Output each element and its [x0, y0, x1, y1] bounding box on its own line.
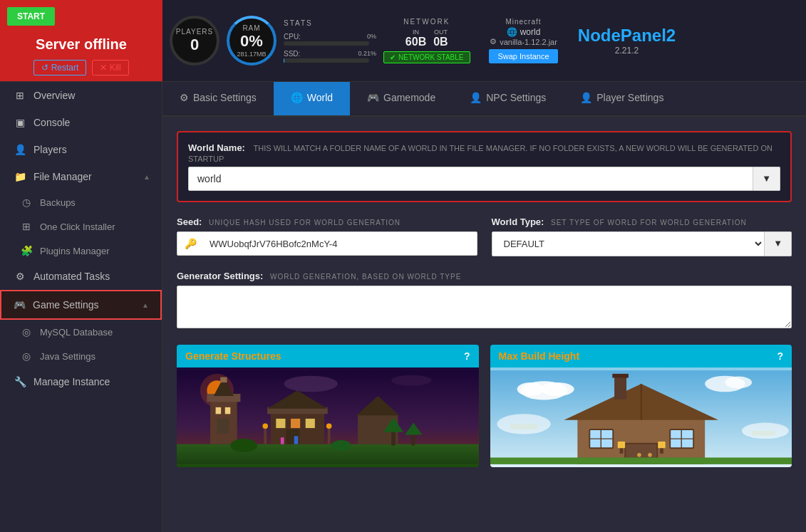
restart-button[interactable]: ↺ Restart	[33, 60, 86, 75]
backups-label: Backups	[40, 197, 76, 208]
svg-point-27	[326, 423, 332, 429]
basic-settings-tab-icon: ⚙	[180, 92, 189, 103]
generator-settings-textarea[interactable]	[177, 286, 792, 328]
checkmark-icon: ✔	[390, 53, 396, 61]
generate-structures-scene	[177, 367, 479, 467]
sidebar-item-game-settings[interactable]: 🎮 Game Settings ▲	[0, 290, 162, 320]
sidebar-item-overview[interactable]: ⊞ Overview	[0, 82, 162, 109]
globe-icon: 🌐	[507, 27, 517, 37]
tab-npc-settings[interactable]: 👤 NPC Settings	[453, 82, 563, 115]
ram-sub: 281.17MB	[237, 51, 266, 58]
svg-rect-63	[510, 424, 537, 429]
max-build-height-header: Max Build Height ?	[490, 345, 792, 367]
players-gauge: PLAYERS 0	[170, 16, 219, 66]
server-status-panel: START Server offline ↺ Restart ✕ Kill	[0, 0, 162, 81]
seed-col: Seed: UNIQUE HASH USED FOR WORLD GENERAT…	[177, 217, 477, 256]
house-svg	[490, 367, 792, 467]
net-out-label: OUT	[434, 28, 448, 36]
svg-point-3	[284, 376, 338, 392]
app-root: START Server offline ↺ Restart ✕ Kill PL…	[0, 0, 806, 532]
worldtype-dropdown-arrow[interactable]: ▼	[765, 231, 792, 256]
mc-title: Minecraft	[505, 18, 541, 26]
world-name-input[interactable]	[188, 167, 753, 191]
tab-world[interactable]: 🌐 World	[274, 82, 350, 115]
max-build-height-help[interactable]: ?	[777, 350, 783, 362]
kill-button[interactable]: ✕ Kill	[92, 60, 128, 75]
ram-label: RAM	[242, 24, 260, 32]
world-tab-icon: 🌐	[291, 92, 303, 103]
sidebar-item-console[interactable]: ▣ Console	[0, 109, 162, 136]
svg-rect-43	[614, 376, 626, 400]
world-name-dropdown-arrow[interactable]: ▼	[753, 167, 780, 191]
start-button[interactable]: START	[7, 7, 55, 26]
world-name-select-row: ▼	[188, 167, 780, 191]
svg-rect-12	[217, 419, 229, 434]
sidebar-sub-java[interactable]: ◎ Java Settings	[0, 344, 162, 368]
max-build-height-scene	[490, 367, 792, 467]
net-out-val: 0B	[433, 36, 448, 48]
file-manager-label: File Manager	[33, 171, 92, 182]
console-icon: ▣	[14, 116, 26, 129]
nodepanel-logo: NodePanel2	[578, 26, 676, 46]
worldtype-select[interactable]: DEFAULT FLAT AMPLIFIED LARGE_BIOMES	[492, 231, 765, 256]
net-in-val: 60B	[405, 36, 426, 48]
generate-structures-help[interactable]: ?	[464, 350, 470, 362]
seed-icon: 🔑	[177, 232, 204, 255]
svg-point-39	[725, 377, 752, 389]
network-in: IN 60B	[405, 28, 426, 48]
svg-rect-28	[391, 431, 396, 446]
players-label: PLAYERS	[176, 28, 213, 36]
overview-label: Overview	[33, 90, 75, 101]
ssd-bar-bg	[284, 58, 369, 63]
svg-rect-5	[177, 444, 479, 464]
svg-rect-10	[216, 407, 222, 414]
worldtype-hint: SET TYPE OF WORLD FOR WORLD GENERATION	[551, 219, 747, 226]
generate-structures-title: Generate Structures	[185, 350, 281, 362]
tab-player-settings[interactable]: 👤 Player Settings	[563, 82, 681, 115]
sidebar-item-automated[interactable]: ⚙ Automated Tasks	[0, 263, 162, 290]
seed-input[interactable]	[204, 233, 477, 255]
tab-gamemode[interactable]: 🎮 Gamemode	[350, 82, 453, 115]
sidebar-item-file-manager[interactable]: 📁 File Manager ▲	[0, 163, 162, 190]
stable-label: NETWORK STABLE	[398, 53, 464, 61]
svg-rect-9	[220, 377, 227, 383]
one-click-icon: ⊞	[20, 220, 33, 233]
cpu-stat-row: CPU: 0%	[284, 33, 376, 46]
gamemode-tab-icon: 🎮	[367, 92, 379, 103]
mysql-label: MySQL Database	[40, 327, 113, 338]
sidebar-item-players[interactable]: 👤 Players	[0, 136, 162, 163]
mc-world-name: world	[520, 27, 541, 37]
mc-jar: ⚙ vanilla-1.12.2.jar	[490, 37, 557, 46]
svg-rect-24	[264, 427, 267, 444]
content-body: World Name: THIS WILL MATCH A FOLDER NAM…	[162, 117, 806, 481]
sidebar-sub-backups[interactable]: ◷ Backups	[0, 190, 162, 214]
sidebar-item-manage[interactable]: 🔧 Manage Instance	[0, 368, 162, 395]
world-name-section: World Name: THIS WILL MATCH A FOLDER NAM…	[177, 131, 792, 202]
sidebar-sub-plugins[interactable]: 🧩 Plugins Manager	[0, 239, 162, 263]
sidebar: ⊞ Overview ▣ Console 👤 Players 📁 File Ma…	[0, 82, 162, 532]
seed-label: Seed: UNIQUE HASH USED FOR WORLD GENERAT…	[177, 217, 477, 227]
swap-instance-button[interactable]: Swap Instance	[489, 49, 557, 63]
ssd-pct: 0.21%	[358, 50, 376, 57]
svg-point-64	[741, 423, 788, 439]
generate-structures-card: Generate Structures ?	[177, 345, 479, 467]
tab-basic-settings[interactable]: ⚙ Basic Settings	[162, 82, 274, 115]
svg-point-37	[517, 382, 544, 396]
sidebar-sub-mysql[interactable]: ◎ MySQL Database	[0, 320, 162, 344]
gamemode-tab-label: Gamemode	[383, 92, 435, 103]
svg-point-33	[331, 440, 351, 451]
svg-point-47	[637, 453, 641, 457]
npc-settings-tab-label: NPC Settings	[486, 92, 546, 103]
tab-bar: ⚙ Basic Settings 🌐 World 🎮 Gamemode 👤 NP…	[162, 82, 806, 117]
nodepanel-name: NodePanel	[578, 26, 666, 45]
automated-label: Automated Tasks	[33, 271, 110, 282]
svg-point-48	[648, 453, 652, 457]
network-block: NETWORK IN 60B OUT 0B ✔ NETWORK STABLE	[383, 18, 470, 63]
automated-icon: ⚙	[14, 270, 26, 283]
file-scroll-arrow: ▲	[143, 173, 150, 181]
sidebar-sub-one-click[interactable]: ⊞ One Click Installer	[0, 214, 162, 239]
svg-rect-22	[281, 437, 284, 444]
basic-settings-tab-label: Basic Settings	[193, 92, 257, 103]
console-label: Console	[33, 117, 70, 128]
main-area: ⊞ Overview ▣ Console 👤 Players 📁 File Ma…	[0, 82, 806, 532]
